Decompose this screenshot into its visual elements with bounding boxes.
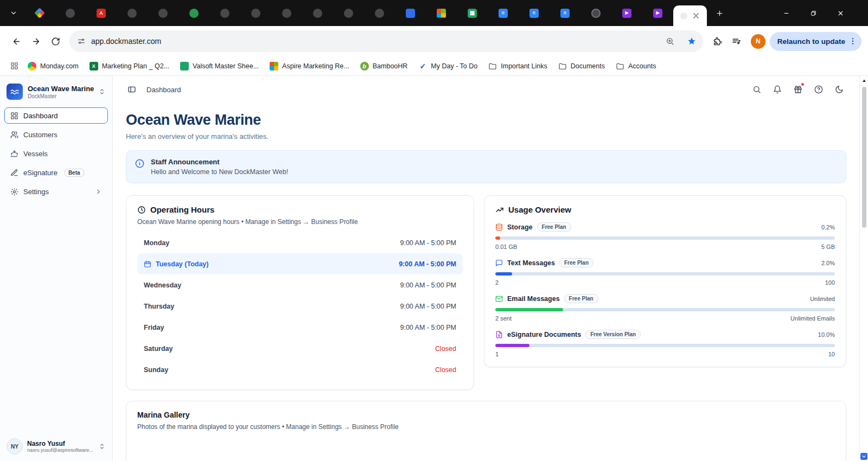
page-scrollbar[interactable] — [859, 76, 868, 461]
bookmark-item[interactable]: Monday.com — [23, 59, 84, 74]
browser-tab[interactable] — [209, 4, 240, 22]
beta-badge: Beta — [65, 169, 84, 177]
browser-tab[interactable]: ≡ — [519, 4, 550, 22]
page-title: Ocean Wave Marine — [126, 112, 846, 129]
tab-favicon: ≡ — [560, 9, 570, 18]
apps-grid-icon[interactable] — [7, 59, 22, 74]
browser-tab[interactable] — [240, 4, 271, 22]
user-menu[interactable]: NY Nasro Yusuf nasro.yusuf@aspiresoftwar… — [0, 432, 112, 461]
gallery-subtitle: Photos of the marina displayed to your c… — [137, 423, 835, 431]
minimize-button[interactable] — [773, 0, 800, 26]
bookmark-item[interactable]: Important Links — [483, 59, 552, 74]
tab-favicon: ≡ — [529, 9, 539, 18]
browser-tab[interactable]: A — [86, 4, 117, 22]
browser-tab[interactable]: ▶ — [611, 4, 642, 22]
browser-tab[interactable]: ≡ — [550, 4, 580, 22]
kebab-menu-icon[interactable] — [848, 37, 857, 46]
browser-tab[interactable] — [117, 4, 148, 22]
media-controls-icon[interactable] — [727, 31, 746, 51]
browser-tab[interactable]: ≡ — [488, 4, 519, 22]
scrollbar-thumb[interactable] — [862, 87, 866, 228]
tab-favicon — [437, 9, 446, 18]
reload-button[interactable] — [46, 31, 65, 51]
tab-favicon — [34, 8, 45, 18]
browser-tab[interactable] — [55, 4, 86, 22]
browser-tab[interactable] — [426, 4, 457, 22]
tab-close-button[interactable] — [692, 11, 700, 20]
url-input[interactable] — [91, 37, 656, 46]
bookmark-item[interactable]: bBambooHR — [355, 59, 413, 74]
sidebar-toggle-button[interactable] — [125, 82, 139, 97]
browser-tab[interactable] — [580, 4, 611, 22]
forward-button[interactable] — [26, 31, 46, 51]
close-window-button[interactable] — [827, 0, 854, 26]
bookmark-item[interactable]: XMarketing Plan _ Q2... — [85, 59, 174, 74]
help-icon[interactable] — [810, 81, 827, 98]
active-tab-favicon — [680, 12, 687, 20]
sidebar-item-settings[interactable]: Settings — [4, 183, 108, 200]
search-icon[interactable] — [749, 81, 765, 98]
tab-list: A▦≡≡≡▶▶ — [24, 4, 673, 22]
browser-tab[interactable] — [148, 4, 178, 22]
mail-icon — [495, 295, 503, 303]
meter-label: Storage — [507, 223, 533, 231]
tab-favicon: ▶ — [653, 9, 662, 18]
tab-favicon — [344, 9, 353, 18]
bookmark-item[interactable]: Documents — [553, 59, 610, 74]
scroll-up-icon[interactable] — [861, 78, 867, 84]
arrow-right-icon — [31, 37, 41, 46]
browser-tab[interactable] — [333, 4, 364, 22]
hours-row: SundayClosed — [137, 359, 463, 380]
browser-tab[interactable] — [24, 4, 55, 22]
bookmark-item[interactable]: ✓My Day - To Do — [413, 59, 482, 74]
sidebar-item-label: Vessels — [23, 150, 48, 158]
marina-gallery-card: Marina Gallery Photos of the marina disp… — [126, 401, 846, 461]
bookmark-item[interactable]: Accounts — [611, 59, 661, 74]
browser-tab[interactable] — [302, 4, 333, 22]
extensions-icon[interactable] — [707, 31, 727, 51]
hours-row: SaturdayClosed — [137, 338, 463, 359]
zoom-icon[interactable] — [662, 33, 678, 49]
close-icon — [837, 10, 844, 17]
browser-tab[interactable] — [364, 4, 395, 22]
back-button[interactable] — [7, 31, 26, 51]
notifications-bell-icon[interactable] — [769, 81, 786, 98]
browser-tab[interactable]: ▦ — [457, 4, 488, 22]
puzzle-icon — [712, 37, 722, 46]
scroll-down-icon[interactable] — [860, 453, 867, 460]
meter-foot-right: 5 GB — [821, 244, 835, 250]
meter-value: Unlimited — [810, 296, 835, 302]
breadcrumb[interactable]: Dashboard — [146, 86, 181, 94]
bookmark-item[interactable]: Aspire Marketing Re... — [265, 59, 354, 74]
browser-tab[interactable]: ▶ — [642, 4, 673, 22]
day-label: Wednesday — [144, 281, 181, 289]
sidebar-item-esignature[interactable]: eSignatureBeta — [4, 164, 108, 181]
dark-mode-toggle-icon[interactable] — [831, 81, 847, 98]
bookmark-label: Marketing Plan _ Q2... — [102, 62, 169, 70]
bookmark-star-icon[interactable] — [684, 33, 700, 49]
bookmark-item[interactable]: Valsoft Master Shee... — [175, 59, 264, 74]
sidebar-item-dashboard[interactable]: Dashboard — [4, 107, 108, 124]
minimize-icon — [783, 10, 790, 17]
workspace-switcher[interactable]: Ocean Wave Marine DockMaster — [0, 76, 112, 106]
browser-toolbar: N Relaunch to update — [0, 26, 868, 56]
profile-avatar[interactable]: N — [751, 34, 765, 49]
relaunch-update-button[interactable]: Relaunch to update — [770, 32, 861, 51]
whats-new-gift-icon[interactable] — [790, 81, 806, 98]
check-icon: ✓ — [418, 62, 427, 71]
active-tab[interactable] — [673, 5, 707, 26]
address-bar[interactable] — [69, 30, 703, 52]
bookmark-items: Monday.comXMarketing Plan _ Q2...Valsoft… — [23, 59, 661, 74]
new-tab-button[interactable] — [711, 5, 727, 21]
browser-tab[interactable] — [178, 4, 209, 22]
maximize-button[interactable] — [800, 0, 827, 26]
app-window: Ocean Wave Marine DockMaster DashboardCu… — [0, 76, 868, 461]
tab-search-button[interactable] — [5, 5, 22, 21]
meter-foot-left: 2 sent — [495, 315, 512, 322]
browser-tab[interactable] — [395, 4, 426, 22]
sidebar-item-vessels[interactable]: Vessels — [4, 145, 108, 162]
browser-tab[interactable] — [271, 4, 302, 22]
site-settings-icon[interactable] — [77, 37, 86, 46]
sidebar-item-customers[interactable]: Customers — [4, 126, 108, 143]
card-subtitle: Ocean Wave Marine opening hours • Manage… — [137, 218, 463, 226]
